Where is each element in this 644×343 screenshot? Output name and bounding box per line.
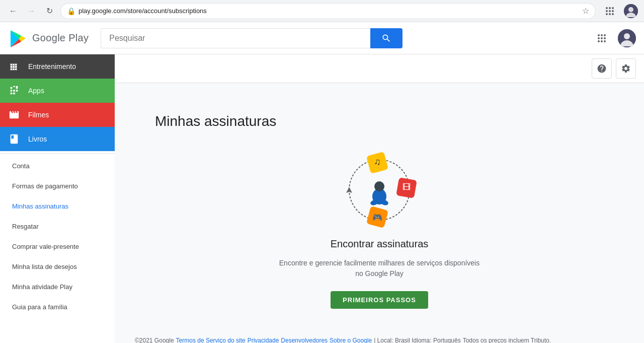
book-icon [8,133,20,145]
sidebar-item-entertainment[interactable]: Entretenimento [0,54,115,79]
google-apps-button[interactable] [592,28,612,48]
footer-pricing: Todos os preços incluem Tributo. [463,337,551,343]
entertainment-label: Entretenimento [28,62,76,71]
reload-button[interactable]: ↻ [42,4,56,18]
bookmark-icon[interactable]: ☆ [582,6,589,16]
search-icon [381,33,391,43]
svg-point-11 [374,181,384,191]
entertainment-icon [8,60,20,73]
site-header: Google Play [0,22,644,54]
content-area: Minhas assinaturas [115,54,644,343]
movie-icon [8,109,20,121]
subscriptions-illustration: ♫ 🎞 🎮 [339,150,420,230]
sidebar-item-apps[interactable]: Apps [0,79,115,103]
sidebar-item-comprar-vale[interactable]: Comprar vale-presente [0,236,115,256]
footer-copyright: ©2021 Google [135,337,174,343]
movies-label: Filmes [28,111,49,119]
footer-link-privacy[interactable]: Privacidade [248,337,279,343]
svg-text:🎞: 🎞 [403,183,411,191]
chrome-profile-avatar[interactable] [624,4,638,18]
lock-icon: 🔒 [67,7,75,15]
back-button[interactable]: ← [6,4,20,18]
footer-link-developers[interactable]: Desenvolvedores [281,337,328,343]
url-text: play.google.com/store/account/subscripti… [78,7,579,15]
logo-text: Google Play [32,32,89,44]
search-button[interactable] [370,28,403,48]
sidebar-item-formas-pagamento[interactable]: Formas de pagamento [0,176,115,196]
search-container [101,28,403,48]
settings-icon [621,63,631,74]
page-title: Minhas assinaturas [155,113,644,129]
sidebar-item-atividade-play[interactable]: Minha atividade Play [0,277,115,297]
footer-link-tos[interactable]: Termos de Serviço do site [176,337,246,343]
apps-icon [8,85,20,97]
help-button[interactable] [592,58,612,79]
main-layout: Entretenimento Apps Filmes Livros Conta [0,54,644,343]
sidebar-item-conta[interactable]: Conta [0,156,115,176]
sidebar-item-lista-desejos[interactable]: Minha lista de desejos [0,256,115,277]
search-input[interactable] [101,28,370,48]
header-right [592,28,636,48]
sidebar-item-resgatar[interactable]: Resgatar [0,216,115,236]
browser-chrome: ← → ↻ 🔒 play.google.com/store/account/su… [0,0,644,22]
chrome-apps-icon[interactable] [600,1,620,21]
subscriptions-content: Minhas assinaturas [115,83,644,329]
empty-state: ♫ 🎞 🎮 [279,150,480,309]
sidebar-item-guia-familia[interactable]: Guia para a família [0,297,115,317]
user-avatar[interactable] [618,29,636,47]
settings-button[interactable] [616,58,636,79]
content-header [115,54,644,83]
svg-point-1 [628,7,633,12]
page-footer: ©2021 Google Termos de Serviço do site P… [115,329,644,343]
empty-state-title: Encontrar assinaturas [331,238,429,250]
books-label: Livros [28,135,47,143]
sidebar-divider [0,153,115,154]
svg-text:🎮: 🎮 [372,213,382,222]
footer-locale: | Local: Brasil Idioma: Português [374,337,461,343]
svg-text:♫: ♫ [374,157,381,167]
sidebar: Entretenimento Apps Filmes Livros Conta [0,54,115,343]
address-bar[interactable]: 🔒 play.google.com/store/account/subscrip… [60,3,596,19]
svg-point-3 [624,33,630,39]
sidebar-item-movies[interactable]: Filmes [0,103,115,127]
logo-area[interactable]: Google Play [8,28,89,48]
primeiros-passos-button[interactable]: PRIMEIROS PASSOS [331,291,428,309]
sidebar-item-minhas-assinaturas[interactable]: Minhas assinaturas [0,196,115,216]
help-icon [597,63,607,74]
google-play-logo-icon [8,28,28,48]
footer-link-about[interactable]: Sobre o Google [330,337,372,343]
apps-label: Apps [28,87,44,95]
forward-button[interactable]: → [24,4,38,18]
sidebar-item-books[interactable]: Livros [0,127,115,151]
empty-state-description: Encontre e gerencie facilmente milhares … [279,258,480,279]
